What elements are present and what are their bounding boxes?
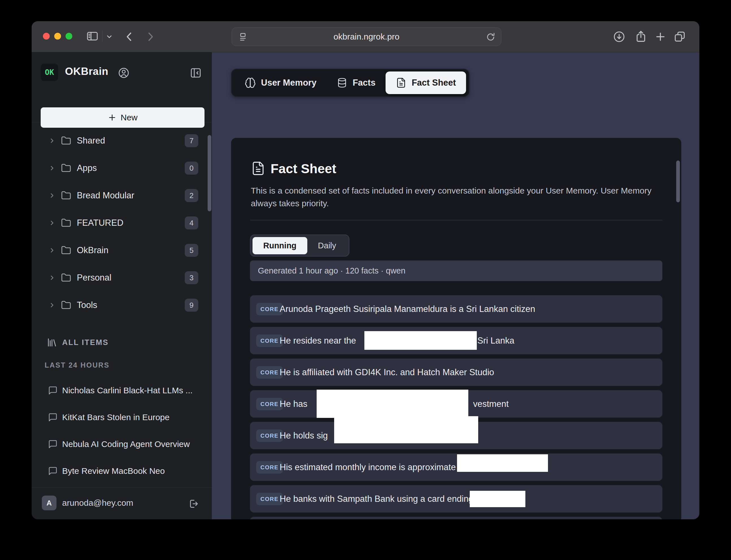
fact-text-after: Sri Lanka xyxy=(477,336,514,346)
forward-button[interactable] xyxy=(144,31,157,43)
chat-bubble-icon xyxy=(48,439,58,449)
folder-label: Apps xyxy=(77,163,97,173)
chat-bubble-icon xyxy=(48,386,58,395)
url-text: okbrain.ngrok.pro xyxy=(232,28,501,46)
account-icon[interactable] xyxy=(118,67,130,79)
tab-label: Fact Sheet xyxy=(411,78,456,88)
page-title: Fact Sheet xyxy=(271,161,337,176)
folder-count-badge: 2 xyxy=(185,189,198,202)
tab-bar: User Memory Facts Fact Sheet xyxy=(231,69,469,97)
recent-chat-item[interactable]: KitKat Bars Stolen in Europe xyxy=(32,404,212,431)
redaction-box xyxy=(470,491,525,507)
new-tab-button[interactable] xyxy=(654,31,667,43)
tab-facts[interactable]: Facts xyxy=(327,71,385,94)
folder-label: Tools xyxy=(77,300,97,310)
folder-count-badge: 3 xyxy=(185,271,198,284)
back-button[interactable] xyxy=(123,31,136,43)
user-email: arunoda@hey.com xyxy=(62,496,133,510)
folder-label: Personal xyxy=(77,273,111,283)
chevron-right-icon[interactable] xyxy=(48,274,56,282)
chevron-down-icon[interactable] xyxy=(106,33,113,40)
recent-chat-item[interactable]: Byte Review MacBook Neo xyxy=(32,457,212,484)
recent-chat-label: Byte Review MacBook Neo xyxy=(62,466,165,476)
fact-row: CORE He banks with Sampath Bank using a … xyxy=(250,485,662,513)
fact-text: He has xyxy=(280,399,307,409)
main-content: User Memory Facts Fact Sheet xyxy=(212,52,699,519)
logout-icon[interactable] xyxy=(188,498,200,509)
recent-chat-label: KitKat Bars Stolen in Europe xyxy=(62,413,170,422)
redaction-box xyxy=(365,331,477,350)
sidebar-folder-item[interactable]: Personal 3 xyxy=(32,264,212,291)
tab-label: User Memory xyxy=(261,78,316,88)
folder-icon xyxy=(61,136,71,146)
browser-toolbar: okbrain.ngrok.pro xyxy=(32,21,699,52)
chevron-right-icon[interactable] xyxy=(48,192,56,199)
chevron-right-icon[interactable] xyxy=(48,246,56,254)
sidebar-toggle-icon[interactable] xyxy=(86,30,99,43)
avatar: A xyxy=(42,496,57,510)
close-window-button[interactable] xyxy=(43,33,50,40)
address-bar[interactable]: okbrain.ngrok.pro xyxy=(232,27,501,46)
sidebar-folder-item[interactable]: Tools 9 xyxy=(32,291,212,319)
document-icon xyxy=(396,77,406,88)
tab-user-memory[interactable]: User Memory xyxy=(235,71,327,94)
recent-chat-item[interactable]: Nebula AI Coding Agent Overview xyxy=(32,431,212,457)
recent-list: Nicholas Carlini Black-Hat LLMs ... KitK… xyxy=(32,377,212,484)
panel-scrollbar[interactable] xyxy=(676,160,680,202)
fact-row: CORE His estimated monthly income is app… xyxy=(250,453,662,481)
sheet-mode-toggle: Running Daily xyxy=(250,235,350,257)
share-button[interactable] xyxy=(634,30,647,43)
tab-fact-sheet[interactable]: Fact Sheet xyxy=(385,71,466,94)
sidebar-folder-item[interactable]: Bread Modular 2 xyxy=(32,182,212,209)
fact-core-badge: CORE xyxy=(256,461,283,474)
redaction-box xyxy=(457,454,548,472)
minimize-window-button[interactable] xyxy=(54,33,61,40)
all-items-label: ALL ITEMS xyxy=(62,338,109,347)
folder-count-badge: 4 xyxy=(185,216,198,229)
sidebar-folder-item[interactable]: FEATURED 4 xyxy=(32,209,212,236)
toolbar-separator xyxy=(102,31,103,42)
folder-icon xyxy=(61,163,71,173)
chat-bubble-icon xyxy=(48,413,58,422)
chevron-right-icon[interactable] xyxy=(48,164,56,172)
toggle-option-daily[interactable]: Daily xyxy=(307,237,347,254)
folder-count-badge: 5 xyxy=(185,244,198,257)
fact-core-badge: CORE xyxy=(256,335,283,347)
brain-icon xyxy=(245,77,256,88)
sidebar-folder-item[interactable]: Apps 0 xyxy=(32,154,212,182)
toggle-option-running[interactable]: Running xyxy=(253,237,307,254)
folder-label: OkBrain xyxy=(77,245,109,255)
folder-icon xyxy=(61,273,71,283)
sidebar-scrollbar[interactable] xyxy=(208,135,211,211)
reload-icon[interactable] xyxy=(485,32,496,42)
tab-overview-button[interactable] xyxy=(673,30,686,43)
folder-list: Shared 7 Apps 0 Bread Modular 2 xyxy=(32,127,212,319)
generated-info: Generated 1 hour ago · 120 facts · qwen xyxy=(250,261,662,281)
recent-chat-item[interactable]: Nicholas Carlini Black-Hat LLMs ... xyxy=(32,377,212,404)
fact-row: CORE Arunoda Prageeth Susiripala Manamel… xyxy=(250,295,662,323)
redaction-box xyxy=(334,416,478,443)
new-button[interactable]: New xyxy=(41,107,205,128)
app-title: OKBrain xyxy=(65,66,109,77)
folder-count-badge: 0 xyxy=(185,162,198,175)
chevron-right-icon[interactable] xyxy=(48,301,56,309)
folder-icon xyxy=(61,245,71,255)
fact-core-badge: CORE xyxy=(256,366,283,379)
fact-text: He banks with Sampath Bank using a card … xyxy=(280,494,473,504)
downloads-button[interactable] xyxy=(613,31,625,43)
folder-count-badge: 9 xyxy=(185,299,198,312)
user-area: A arunoda@hey.com xyxy=(32,487,212,519)
collapse-sidebar-icon[interactable] xyxy=(190,67,202,79)
fact-text-after: vestment xyxy=(473,399,509,409)
divider xyxy=(250,220,662,220)
fact-core-badge: CORE xyxy=(256,303,283,315)
sidebar-folder-item[interactable]: OkBrain 5 xyxy=(32,236,212,264)
library-icon xyxy=(47,337,57,348)
zoom-window-button[interactable] xyxy=(66,33,72,40)
chevron-right-icon[interactable] xyxy=(48,137,56,145)
sidebar-folder-item[interactable]: Shared 7 xyxy=(32,127,212,154)
fact-text: Arunoda Prageeth Susiripala Manameldura … xyxy=(280,304,535,314)
folder-icon xyxy=(61,190,71,201)
chevron-right-icon[interactable] xyxy=(48,219,56,227)
sidebar-item-all-items[interactable]: ALL ITEMS xyxy=(32,334,212,351)
